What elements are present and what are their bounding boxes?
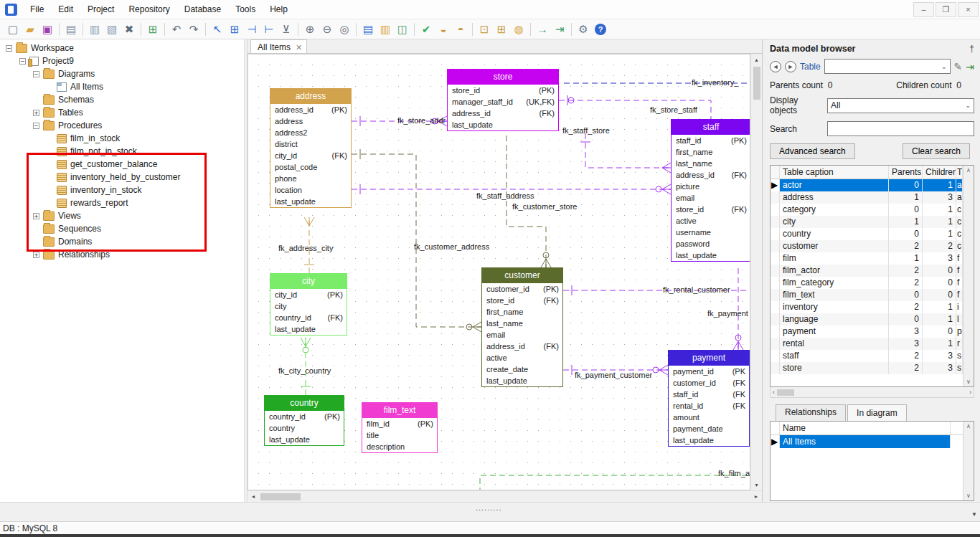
diagram-table-payment[interactable]: paymentpayment_id(PKcustomer_id(FKstaff_… [668, 350, 750, 447]
grid-vertical-scrollbar[interactable]: ∧ ∨ [963, 166, 974, 386]
help-icon[interactable]: ? [592, 22, 609, 37]
name-grid-vertical-scrollbar[interactable]: ∧ ∨ [963, 422, 974, 500]
chevron-down-icon[interactable]: ▼ [971, 511, 977, 518]
column-header-table-caption[interactable]: Table caption [780, 166, 889, 179]
relation-1-1-icon[interactable]: ⊣ [243, 22, 260, 37]
table-row-film_category[interactable]: film_category20f [771, 277, 974, 289]
canvas-vertical-scrollbar[interactable]: ▲ ▼ [750, 54, 762, 490]
scroll-down-icon[interactable]: ∨ [966, 379, 971, 385]
canvas-horizontal-scrollbar[interactable]: ◄ ► [248, 490, 762, 502]
tree-item-film-not-in-stock[interactable]: film_not_in_stock [0, 145, 244, 158]
diagram-table-country[interactable]: countrycountry_id(PK)countrylast_update [264, 395, 344, 446]
print-icon[interactable]: ▤ [62, 22, 80, 37]
tab-relationships[interactable]: Relationships [776, 404, 846, 421]
tree-item-rewards-report[interactable]: rewards_report [0, 196, 244, 209]
goto-table-icon[interactable]: ⇥ [966, 61, 974, 72]
clear-search-button[interactable]: Clear search [903, 143, 970, 159]
collapse-icon[interactable]: − [33, 123, 39, 129]
tree-item-workspace[interactable]: −Workspace [0, 42, 244, 54]
tree-item-all-items[interactable]: All Items [0, 80, 244, 93]
expand-icon[interactable]: + [33, 252, 39, 258]
table-row-customer[interactable]: customer22c [771, 240, 974, 252]
table-select-combobox[interactable]: ⌄ [824, 59, 951, 74]
scroll-right-icon[interactable]: ► [750, 491, 762, 503]
diagram-table-staff[interactable]: staffstaff_id(PK)first_namelast_nameaddr… [671, 119, 750, 262]
tree-item-get-customer-balance[interactable]: get_customer_balance [0, 158, 244, 171]
table-row-payment[interactable]: payment30p [771, 325, 974, 338]
database-save-icon[interactable]: ◓ [452, 22, 469, 37]
table-row-category[interactable]: category01c [771, 204, 974, 216]
scroll-down-icon[interactable]: ∨ [966, 493, 971, 499]
validate-icon[interactable]: ✔ [418, 22, 435, 37]
back-icon[interactable]: ◄ [770, 61, 781, 72]
forward-icon[interactable]: ► [785, 61, 796, 72]
zoom-out-icon[interactable]: ⊖ [319, 22, 336, 37]
tab-close-icon[interactable]: ✕ [296, 43, 302, 52]
hierarchy-icon[interactable]: ⊻ [278, 22, 295, 37]
tree-item-views[interactable]: +Views [0, 209, 244, 222]
scroll-left-icon[interactable]: ‹ [773, 389, 775, 396]
menu-database[interactable]: Database [177, 1, 228, 17]
relationship-line-fk_customer_store[interactable] [507, 136, 546, 267]
canvas-vscroll-thumb[interactable] [753, 67, 760, 100]
tree-item-project9[interactable]: −Project9 [0, 54, 244, 67]
tree-item-inventory-held-by-customer[interactable]: inventory_held_by_customer [0, 171, 244, 184]
tab-all-items[interactable]: All Items ✕ [250, 39, 307, 53]
menu-edit[interactable]: Edit [51, 1, 80, 17]
copy-table-icon[interactable]: ⊞ [493, 22, 510, 37]
tree-item-sequences[interactable]: Sequences [0, 222, 244, 235]
merge-db-icon[interactable]: ◍ [510, 22, 527, 37]
collapse-icon[interactable]: − [19, 58, 26, 65]
add-note-icon[interactable]: ⊞ [144, 22, 161, 37]
restore-button[interactable]: ❐ [936, 2, 956, 17]
splitter-grip-icon[interactable]: ......... [476, 503, 502, 512]
database-load-icon[interactable]: ◒ [435, 22, 452, 37]
new-table-icon[interactable]: ⊞ [226, 22, 243, 37]
table-row-film_text[interactable]: film_text00f [771, 289, 974, 301]
tree-item-tables[interactable]: +Tables [0, 106, 244, 119]
zoom-icon[interactable]: ◎ [336, 22, 353, 37]
documents-icon[interactable]: ▥ [377, 22, 394, 37]
menu-repository[interactable]: Repository [121, 1, 176, 17]
entity-type-label[interactable]: Table [800, 62, 821, 72]
close-button[interactable]: × [958, 2, 979, 17]
pin-icon[interactable]: † [969, 44, 974, 54]
table-row-staff[interactable]: staff23s [771, 350, 974, 362]
tree-item-inventory-in-stock[interactable]: inventory_in_stock [0, 184, 244, 196]
diagram-table-customer[interactable]: customercustomer_id(PK)store_id(FK)first… [481, 267, 563, 387]
search-input[interactable] [827, 121, 974, 136]
diagram-table-store[interactable]: storestore_id(PK)manager_staff_id(UK,FK)… [447, 69, 559, 131]
advanced-search-button[interactable]: Advanced search [770, 143, 855, 159]
copy-icon[interactable]: ▥ [86, 22, 103, 37]
grid-hscroll-thumb[interactable] [777, 389, 794, 396]
scroll-right-icon[interactable]: › [969, 389, 971, 396]
menu-help[interactable]: Help [263, 1, 295, 17]
minimize-button[interactable]: – [913, 2, 934, 17]
column-header-children[interactable]: Children [923, 166, 956, 179]
grid-horizontal-scrollbar[interactable]: ‹ › [770, 387, 974, 398]
scroll-up-icon[interactable]: ▲ [751, 54, 763, 65]
display-objects-combobox[interactable]: All ⌄ [827, 98, 974, 113]
table-row-actor[interactable]: ▶actor01a [771, 179, 974, 191]
diagram-table-film_text[interactable]: film_textfilm_id(PK)titledescription [362, 402, 438, 453]
expand-icon[interactable]: + [33, 213, 39, 219]
tree-item-domains[interactable]: Domains [0, 235, 244, 248]
table-row-city[interactable]: city11c [771, 216, 974, 228]
copy-model-icon[interactable]: ⊡ [476, 22, 493, 37]
menu-tools[interactable]: Tools [228, 1, 263, 17]
tree-item-relationships[interactable]: +Relationships [0, 248, 244, 261]
report-icon[interactable]: ▤ [359, 22, 377, 37]
expand-icon[interactable]: + [33, 110, 39, 116]
table-row-address[interactable]: address13a [771, 191, 974, 204]
menu-project[interactable]: Project [80, 1, 121, 17]
tree-item-film-in-stock[interactable]: film_in_stock [0, 132, 244, 145]
diagram-canvas[interactable]: addressaddress_id(PK)addressaddress2dist… [248, 54, 750, 490]
menu-file[interactable]: File [23, 1, 51, 17]
table-row-film[interactable]: film13f [771, 252, 974, 265]
scroll-down-icon[interactable]: ▼ [751, 479, 763, 490]
scroll-up-icon[interactable]: ∧ [966, 423, 971, 429]
diagram-table-address[interactable]: addressaddress_id(PK)addressaddress2dist… [270, 88, 352, 208]
relation-1-n-icon[interactable]: ⊢ [260, 22, 278, 37]
zoom-in-icon[interactable]: ⊕ [301, 22, 319, 37]
import-table-icon[interactable]: ⇥ [551, 22, 568, 37]
